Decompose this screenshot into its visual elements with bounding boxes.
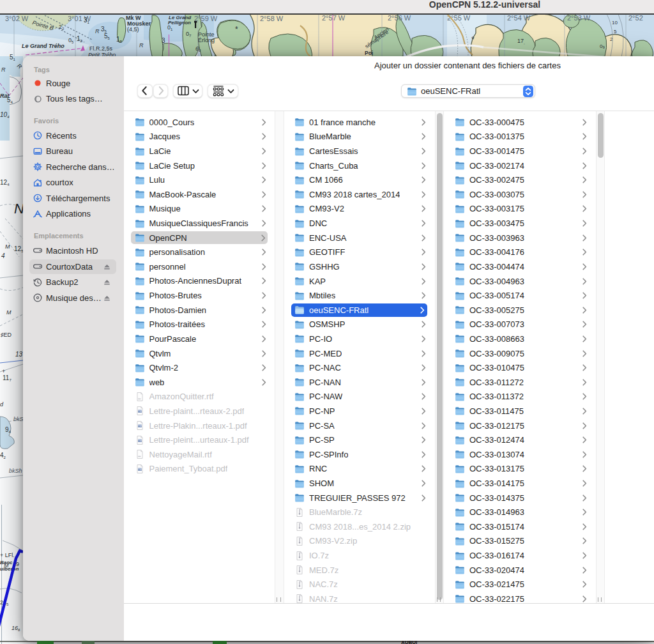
- svg-text:Poi: Poi: [365, 50, 373, 56]
- svg-text:2°52: 2°52: [628, 14, 643, 22]
- svg-text:R: R: [1, 66, 6, 73]
- svg-text:2°57 W: 2°57 W: [322, 14, 346, 22]
- svg-text:Pellignon: Pellignon: [168, 20, 191, 26]
- svg-text:Fl.R.2,5s: Fl.R.2,5s: [89, 45, 113, 52]
- svg-text:2°58 W: 2°58 W: [260, 15, 284, 22]
- svg-text:M: M: [5, 243, 10, 250]
- svg-text:3°02 W: 3°02 W: [5, 15, 29, 22]
- svg-text:bkS: bkS: [13, 416, 24, 422]
- svg-text:+: +: [2, 368, 5, 374]
- svg-text:2°53 W: 2°53 W: [567, 14, 591, 22]
- svg-text:5: 5: [614, 29, 617, 34]
- svg-text:uiberon: uiberon: [0, 566, 19, 572]
- svg-text:bkSh: bkSh: [9, 468, 22, 474]
- svg-text:2°59 W: 2°59 W: [194, 15, 218, 22]
- svg-text:+ LFl.: + LFl.: [0, 552, 15, 558]
- svg-text:2°56 W: 2°56 W: [388, 14, 411, 22]
- svg-text:13: 13: [15, 351, 23, 358]
- svg-text:M: M: [6, 309, 11, 316]
- svg-text:10: 10: [612, 20, 618, 26]
- svg-text:(4,5): (4,5): [127, 26, 139, 33]
- svg-text:Le Grand Trého: Le Grand Trého: [22, 43, 65, 49]
- svg-text:4: 4: [1, 252, 5, 259]
- svg-text:2°54 W: 2°54 W: [507, 14, 531, 22]
- svg-text:Banc: Banc: [0, 560, 13, 565]
- svg-text:R: R: [95, 28, 100, 34]
- svg-text:R: R: [139, 42, 144, 49]
- svg-text:♯ED: ♯ED: [1, 332, 12, 338]
- svg-text:Érlong: Érlong: [198, 37, 215, 43]
- svg-text:3: 3: [162, 37, 165, 44]
- svg-text:*: *: [471, 35, 475, 44]
- svg-text:*: *: [235, 25, 238, 34]
